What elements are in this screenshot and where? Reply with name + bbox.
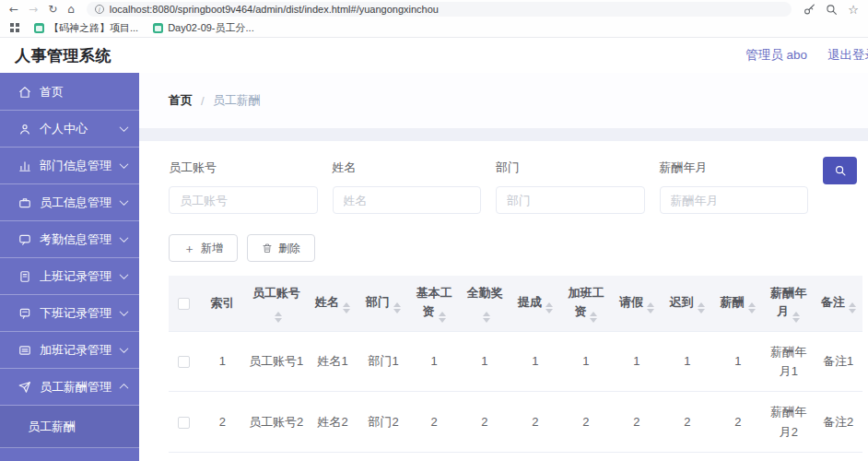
cell-commission: 2: [510, 392, 560, 453]
cell-index: 2: [200, 392, 245, 453]
breadcrumb-home-link[interactable]: 首页: [169, 92, 193, 109]
sidebar-item-clockin-records[interactable]: 上班记录管理: [0, 258, 139, 295]
sort-caret-icon[interactable]: [439, 312, 446, 323]
column-header-overtime-pay[interactable]: 加班工资: [560, 276, 611, 331]
header-right: 管理员 abo 退出登录: [745, 47, 868, 64]
sidebar-item-employee-info[interactable]: 员工信息管理: [0, 184, 139, 221]
sidebar-subitem-employee-salary[interactable]: 员工薪酬: [0, 406, 139, 448]
password-key-icon[interactable]: [803, 4, 815, 16]
column-header-base-salary[interactable]: 基本工资: [409, 276, 460, 331]
column-header-late[interactable]: 迟到: [662, 276, 712, 331]
breadcrumb-separator: /: [201, 94, 205, 108]
sort-caret-icon[interactable]: [647, 302, 654, 313]
row-checkbox[interactable]: [178, 356, 190, 368]
column-header-name[interactable]: 姓名: [308, 276, 358, 331]
sort-caret-icon[interactable]: [483, 312, 490, 323]
table-header-row: 索引 员工账号 姓名 部门 基本工资 全勤奖 提成 加班工资 请假 迟到 薪酬 …: [169, 276, 862, 331]
cell-account: 员工账号2: [245, 392, 308, 453]
reload-icon[interactable]: ↻: [48, 4, 57, 15]
browser-home-icon[interactable]: ⌂: [67, 4, 75, 15]
department-input[interactable]: [496, 186, 645, 214]
column-header-department[interactable]: 部门: [358, 276, 409, 331]
sidebar-item-employee-salary-mgmt[interactable]: 员工薪酬管理: [0, 369, 139, 406]
sort-caret-icon[interactable]: [748, 302, 756, 313]
column-header-remark[interactable]: 备注: [814, 276, 862, 331]
site-info-icon[interactable]: i: [95, 5, 104, 14]
sidebar-item-personal-center[interactable]: 个人中心: [0, 111, 139, 148]
sidebar-item-overtime-records[interactable]: 加班记录管理: [0, 332, 139, 369]
sidebar-item-label: 个人中心: [40, 121, 112, 137]
cell-account: 员工账号3: [245, 453, 308, 461]
search-field-department: 部门: [496, 154, 645, 214]
column-header-account[interactable]: 员工账号: [245, 276, 308, 331]
row-checkbox[interactable]: [178, 417, 190, 429]
search-icon: [834, 164, 847, 177]
column-header-salary-month[interactable]: 薪酬年月: [763, 276, 814, 331]
bookmark-favicon-icon: [153, 23, 163, 33]
table-row[interactable]: 3 员工账号3 姓名3 部门3 3 3 3 3 3 3 3 薪酬年月3 备注3: [169, 453, 862, 461]
cell-late: 3: [662, 453, 712, 461]
column-label: 迟到: [670, 295, 694, 309]
address-bar[interactable]: i localhost:8080/springboot9v464/admin/d…: [87, 2, 792, 17]
search-button[interactable]: [823, 157, 857, 184]
cell-leave: 1: [611, 331, 662, 392]
table-row[interactable]: 1 员工账号1 姓名1 部门1 1 1 1 1 1 1 1 薪酬年月1 备注1: [169, 331, 862, 392]
cell-overtime-pay: 3: [560, 453, 611, 461]
sort-caret-icon[interactable]: [849, 302, 856, 313]
table-toolbar: ＋ 新增 删除: [169, 234, 862, 262]
main-content: 首页 / 员工薪酬 员工账号 姓名 部门 薪酬年月: [139, 73, 868, 461]
cell-department: 部门2: [358, 392, 409, 453]
sort-caret-icon[interactable]: [275, 312, 282, 323]
bookmarks-bar: 【码神之路】项目... Day02-09-员工分...: [0, 18, 868, 38]
sort-caret-icon[interactable]: [590, 312, 597, 323]
sidebar-item-department-info[interactable]: 部门信息管理: [0, 148, 139, 184]
cell-late: 2: [662, 392, 712, 453]
table-row[interactable]: 2 员工账号2 姓名2 部门2 2 2 2 2 2 2 2 薪酬年月2 备注2: [169, 392, 862, 453]
name-input[interactable]: [333, 186, 482, 214]
chevron-down-icon: [120, 160, 129, 169]
sidebar-item-clockout-records[interactable]: 下班记录管理: [0, 295, 139, 332]
sidebar-item-label: 员工薪酬管理: [40, 379, 112, 396]
column-label: 提成: [518, 295, 542, 309]
admin-user-link[interactable]: 管理员 abo: [745, 47, 807, 64]
sidebar-item-attendance-info[interactable]: 考勤信息管理: [0, 221, 139, 258]
notebook-icon: [18, 270, 31, 283]
column-header-leave[interactable]: 请假: [611, 276, 662, 331]
select-all-checkbox[interactable]: [178, 298, 190, 310]
apps-grid-icon[interactable]: [10, 23, 19, 32]
sidebar-item-home[interactable]: 首页: [0, 74, 139, 111]
back-icon[interactable]: ←: [9, 4, 18, 15]
bookmark-item[interactable]: 【码神之路】项目...: [34, 21, 138, 35]
column-header-salary[interactable]: 薪酬: [712, 276, 763, 331]
chevron-down-icon: [120, 196, 129, 206]
sort-caret-icon[interactable]: [792, 312, 800, 323]
cell-index: 1: [200, 331, 245, 392]
sort-caret-icon[interactable]: [393, 302, 401, 313]
cell-late: 1: [662, 331, 712, 392]
bookmark-star-icon[interactable]: ☆: [848, 4, 859, 16]
bookmark-item[interactable]: Day02-09-员工分...: [153, 21, 254, 35]
account-input[interactable]: [169, 186, 318, 214]
add-button[interactable]: ＋ 新增: [169, 234, 238, 262]
cell-base-salary: 1: [409, 331, 460, 392]
column-label: 部门: [366, 295, 390, 309]
search-form: 员工账号 姓名 部门 薪酬年月: [169, 154, 862, 214]
cell-name: 姓名1: [308, 331, 358, 392]
url-text: localhost:8080/springboot9v464/admin/dis…: [110, 4, 439, 15]
zoom-icon[interactable]: [826, 4, 838, 16]
logout-link[interactable]: 退出登录: [827, 47, 868, 64]
field-label: 薪酬年月: [660, 160, 809, 176]
sidebar-item-label: 员工信息管理: [40, 195, 112, 211]
delete-button[interactable]: 删除: [247, 234, 315, 262]
sort-caret-icon[interactable]: [343, 302, 350, 313]
column-label: 员工账号: [252, 286, 300, 300]
column-header-commission[interactable]: 提成: [510, 276, 560, 331]
app-body: 首页 个人中心 部门信息管理 员工信息管理 考勤信息管理 上班记录管理: [0, 73, 868, 461]
salary-month-input[interactable]: [660, 186, 809, 214]
sort-caret-icon[interactable]: [698, 302, 705, 313]
column-header-attendance-bonus[interactable]: 全勤奖: [459, 276, 510, 331]
column-label: 请假: [619, 295, 643, 309]
sort-caret-icon[interactable]: [545, 302, 553, 313]
forward-icon[interactable]: →: [29, 4, 38, 15]
cell-leave: 3: [611, 453, 662, 461]
